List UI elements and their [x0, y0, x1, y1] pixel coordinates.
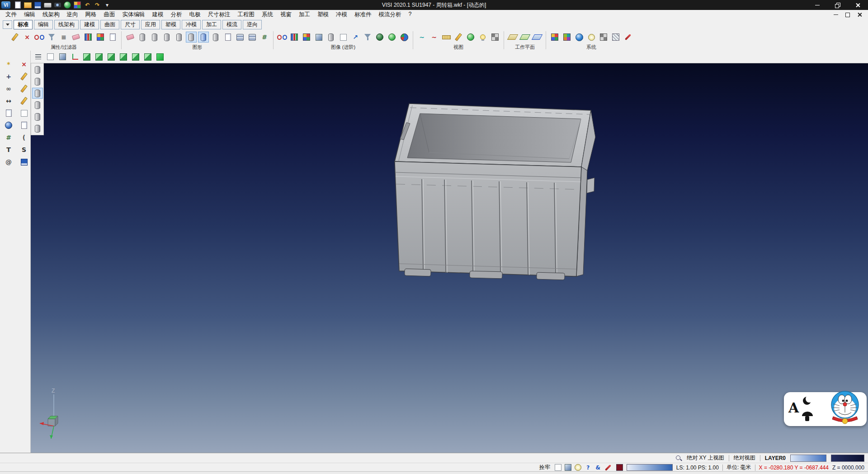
attribute-list-icon[interactable]: ≡ [58, 32, 69, 43]
grid-display-icon[interactable] [490, 32, 500, 43]
menu-item[interactable]: 文件 [2, 10, 20, 19]
curve-icon[interactable] [19, 83, 29, 94]
help-icon[interactable]: ? [584, 463, 593, 472]
mesh-icon[interactable]: # [3, 132, 14, 143]
layer-off-icon[interactable] [161, 32, 172, 43]
menu-item[interactable]: 系统 [258, 10, 277, 19]
render-glasses-icon[interactable] [277, 32, 288, 43]
ribbon-tab[interactable]: 冲模 [182, 20, 201, 29]
layer-database-icon[interactable] [235, 32, 245, 43]
menu-item[interactable]: ? [405, 10, 415, 19]
system-colors2-icon[interactable] [561, 32, 572, 43]
viewport-3d[interactable]: Z A [31, 63, 868, 453]
filter-layer-active-icon[interactable] [32, 88, 43, 99]
layer-doc-icon[interactable] [222, 32, 233, 43]
restore-button[interactable] [827, 0, 848, 10]
light-icon[interactable] [477, 32, 488, 43]
menu-item[interactable]: 加工 [295, 10, 314, 19]
menu-item[interactable]: 分析 [167, 10, 186, 19]
iso-view-cube-icon[interactable] [81, 52, 92, 62]
layer-on-icon[interactable] [149, 32, 160, 43]
arc-icon[interactable]: ( [19, 132, 29, 143]
sphere-tool-icon[interactable] [3, 120, 14, 131]
back-view-cube-icon[interactable] [130, 52, 141, 62]
shading-icon[interactable] [313, 32, 324, 43]
filter-glasses-icon[interactable] [34, 32, 45, 43]
workplane-view-icon[interactable] [532, 32, 542, 43]
print-icon[interactable] [43, 0, 52, 9]
texture-cylinder-icon[interactable] [326, 32, 336, 43]
origin-axes-icon[interactable] [69, 52, 80, 62]
ribbon-tab[interactable]: 曲面 [100, 20, 119, 29]
menu-item[interactable]: 视窗 [277, 10, 295, 19]
dynamic-view-icon[interactable]: ↗ [350, 32, 361, 43]
ribbon-tab[interactable]: 线架构 [54, 20, 79, 29]
attribute-histogram-icon[interactable] [83, 32, 94, 43]
menu-item[interactable]: 建模 [149, 10, 167, 19]
layer-current-icon[interactable] [186, 32, 197, 43]
color-table-icon[interactable] [95, 32, 106, 43]
menu-item[interactable]: 逆向 [63, 10, 82, 19]
tab-dropdown-icon[interactable] [3, 20, 12, 29]
doc-close-button[interactable] [855, 11, 863, 18]
wireframe-view-icon[interactable] [45, 52, 56, 62]
menu-item[interactable]: 塑模 [314, 10, 332, 19]
ribbon-tab[interactable]: 逆向 [243, 20, 262, 29]
filter-layer-6-icon[interactable] [32, 123, 43, 134]
smart-select-icon[interactable]: * [3, 59, 14, 70]
sheet-icon[interactable] [3, 108, 14, 118]
menu-item[interactable]: 实体编辑 [119, 10, 149, 19]
workplane-icon[interactable] [507, 32, 518, 43]
tools-icon[interactable] [623, 32, 633, 43]
filter-layer-5-icon[interactable] [32, 111, 43, 122]
menu-item[interactable]: 网格 [82, 10, 100, 19]
ribbon-tab[interactable]: 标准 [14, 20, 33, 29]
menu-item[interactable]: 尺寸标注 [204, 10, 234, 19]
ribbon-tab[interactable]: 应用 [141, 20, 160, 29]
edit-attributes-icon[interactable] [9, 32, 20, 43]
green-sphere-icon[interactable] [387, 32, 397, 43]
menu-item[interactable]: 编辑 [20, 10, 39, 19]
line-sketch-icon[interactable] [19, 71, 29, 82]
zoom-indicator[interactable] [627, 464, 673, 471]
modify-icon[interactable] [19, 95, 29, 106]
snap-grid-icon[interactable] [598, 32, 609, 43]
plane-frame-icon[interactable] [19, 108, 29, 118]
color-swatch-dark[interactable] [831, 455, 864, 462]
material-palette-icon[interactable] [301, 32, 312, 43]
menu-item[interactable]: 工程图 [234, 10, 259, 19]
layer-freeze-icon[interactable] [174, 32, 184, 43]
menu-item[interactable]: 电极 [186, 10, 204, 19]
close-button[interactable] [848, 0, 868, 10]
dark-sphere-icon[interactable] [374, 32, 385, 43]
new-file-icon[interactable] [13, 0, 22, 9]
annotate-icon[interactable] [453, 32, 464, 43]
move-icon[interactable]: ↔ [3, 95, 14, 106]
absolute-view-label[interactable]: 绝对视图 [734, 454, 755, 462]
minimize-button[interactable] [807, 0, 827, 10]
snap-face-icon[interactable] [564, 463, 573, 472]
properties-doc-icon[interactable] [107, 32, 118, 43]
color-swatch-gradient[interactable] [790, 455, 826, 462]
shaded-cube-view-icon[interactable] [155, 52, 165, 62]
shaded-view-icon[interactable] [57, 52, 68, 62]
tools-small-icon[interactable] [604, 463, 613, 472]
selection-filter-icon[interactable] [46, 32, 57, 43]
point-icon[interactable]: + [3, 71, 14, 82]
quick-access-options-icon[interactable]: ▾ [103, 0, 112, 9]
view-mode-label[interactable]: 绝对 XY 上视图 [687, 454, 724, 462]
menu-item[interactable]: 线架构 [39, 10, 63, 19]
status-chip-icon[interactable] [616, 464, 623, 471]
world-icon[interactable] [574, 32, 585, 43]
filter-layer-4-icon[interactable] [32, 100, 43, 110]
store-icon[interactable] [19, 156, 29, 167]
menu-item[interactable]: 标准件 [351, 10, 375, 19]
hatch-pattern-icon[interactable] [610, 32, 621, 43]
shade-ball-icon[interactable] [465, 32, 476, 43]
notes-icon[interactable] [19, 120, 29, 131]
delete-attributes-icon[interactable]: × [22, 32, 33, 43]
mesh-display-icon[interactable]: # [259, 32, 270, 43]
snap-lock-label[interactable]: 拴牢 [539, 464, 550, 471]
render-filter-icon[interactable] [362, 32, 373, 43]
system-colors-icon[interactable] [549, 32, 560, 43]
